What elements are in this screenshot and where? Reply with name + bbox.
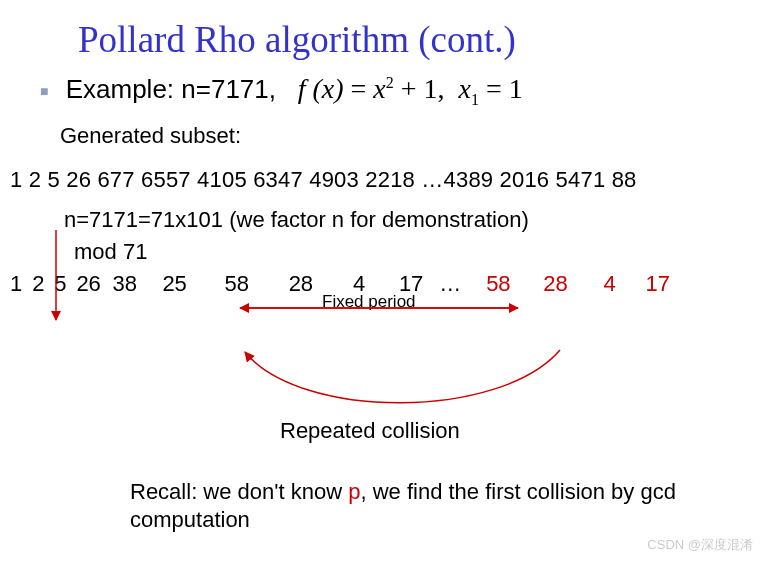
factorization-note: n=7171=71x101 (we factor n for demonstra… (0, 207, 763, 233)
formula: f (x) = x2 + 1, x1 = 1 (298, 73, 523, 104)
recall-text: Recall: we don't know p, we find the fir… (130, 478, 690, 533)
watermark: CSDN @深度混淆 (647, 536, 753, 554)
mod-label: mod 71 (0, 239, 763, 265)
repeated-collision-label: Repeated collision (280, 418, 460, 444)
sequence-mod-n: 1 2 5 26 677 6557 4105 6347 4903 2218 …4… (0, 167, 763, 193)
slide-title: Pollard Rho algorithm (cont.) (0, 0, 763, 73)
example-label: Example: n=7171, (66, 74, 276, 104)
bullet-square-icon: ■ (40, 83, 48, 99)
sequence-mod-p: 1 2 5 26 38 25 58 28 4 17 … 58 28 4 17 (0, 271, 763, 297)
example-line: ■ Example: n=7171, f (x) = x2 + 1, x1 = … (0, 73, 763, 109)
generated-subset-label: Generated subset: (0, 123, 763, 149)
